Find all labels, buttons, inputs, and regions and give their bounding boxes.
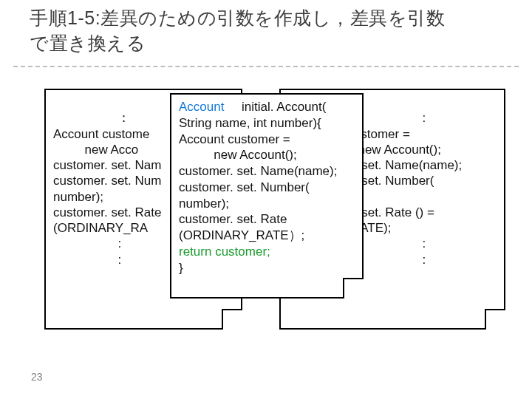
code-front-l3: Account customer = <box>179 132 290 146</box>
code-left-dots-b2: : <box>53 253 123 267</box>
code-front-sig2: String name, int number){ <box>179 116 321 130</box>
code-front-return: return customer; <box>179 245 270 259</box>
code-front-l6: customer. set. Number( <box>179 180 310 194</box>
code-front-l8: customer. set. Rate <box>179 212 287 226</box>
code-front-l4: new Account(); <box>179 148 297 162</box>
code-card-front: Account initial. Account( String name, i… <box>170 93 364 299</box>
code-front-body: Account initial. Account( String name, i… <box>179 99 356 293</box>
slide-title: 手順1-5:差異のための引数を作成し，差異を引数 で置き換える <box>0 0 532 64</box>
code-left-l5: number); <box>53 190 103 204</box>
code-left-dots-top: ： <box>53 111 132 125</box>
code-front-close: } <box>179 261 183 275</box>
title-line-1: 手順1-5:差異のための引数を作成し，差異を引数 <box>30 7 445 28</box>
title-underline <box>13 66 519 67</box>
code-front-l5: customer. set. Name(name); <box>179 164 337 178</box>
code-front-type: Account <box>179 100 224 114</box>
code-left-l7: (ORDINARY_RA <box>53 221 148 235</box>
page-number: 23 <box>31 371 43 383</box>
title-line-2: で置き換える <box>30 33 146 53</box>
code-front-l9: (ORDINARY_RATE）; <box>179 228 304 242</box>
code-front-l7: number); <box>179 197 229 211</box>
code-left-dots-b1: : <box>53 236 123 250</box>
code-left-l6: customer. set. Rate <box>53 205 161 219</box>
code-left-l4: customer. set. Num <box>53 174 161 188</box>
code-left-l2: new Acco <box>53 143 138 157</box>
code-front-method: initial. Account( <box>242 100 326 114</box>
code-left-l1: Account custome <box>53 127 149 141</box>
code-left-l3: customer. set. Nam <box>53 158 161 172</box>
